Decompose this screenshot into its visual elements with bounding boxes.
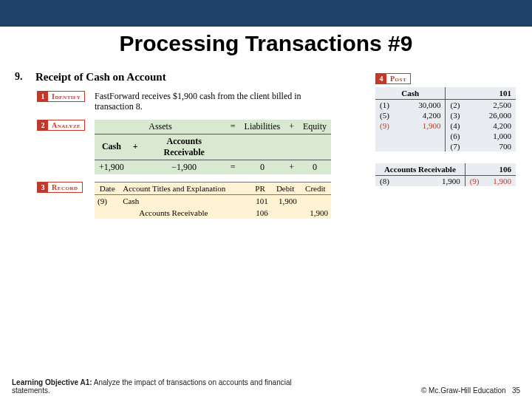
- step4-num: 4: [376, 74, 386, 83]
- rec-h-date: Date: [95, 182, 120, 194]
- an-h-eq: =: [226, 120, 240, 134]
- rec-r2-date: [95, 207, 120, 219]
- rec-h-credit: Credit: [300, 182, 331, 194]
- rec-r2-credit: 1,900: [300, 207, 331, 219]
- an-v-equity: 0: [299, 160, 331, 174]
- an-v-plus: +: [284, 160, 299, 174]
- slide-title: Processing Transactions #9: [0, 31, 532, 56]
- rec-r1-debit: 1,900: [271, 194, 300, 207]
- an-v-liab: 0: [240, 160, 285, 174]
- step3-num: 3: [38, 183, 48, 192]
- an-h-plus: +: [284, 120, 299, 134]
- page-number: 35: [512, 386, 520, 395]
- an-s-plus: +: [129, 134, 143, 160]
- rec-r1-acct: Cash: [120, 194, 249, 207]
- step-tag-record: 3 Record: [37, 182, 83, 193]
- rec-r1-date: (9): [95, 194, 120, 207]
- step4-label: Post: [386, 75, 410, 83]
- rec-r2-debit: [271, 207, 300, 219]
- rec-h-titles: Account Titles and Explanation: [120, 182, 249, 194]
- step2-label: Analyze: [48, 121, 84, 129]
- learning-objective: Learning Objective A1: Analyze the impac…: [12, 378, 322, 395]
- an-s-cash: Cash: [95, 134, 129, 160]
- topbar: [0, 0, 532, 27]
- step2-num: 2: [38, 120, 48, 130]
- step3-label: Record: [48, 183, 82, 191]
- analyze-row: 2 Analyze Assets = Liabilities + Equity …: [15, 120, 517, 174]
- step-tag-identify: 1 Identify: [37, 91, 85, 102]
- rec-r1-credit: [300, 194, 331, 207]
- rec-r2-acct: Accounts Receivable: [120, 207, 249, 219]
- lo-label: Learning Objective A1:: [12, 378, 92, 386]
- step1-label: Identify: [48, 92, 84, 100]
- footer: Learning Objective A1: Analyze the impac…: [0, 378, 532, 395]
- identify-text: FastForward receives $1,900 cash from th…: [95, 91, 316, 112]
- record-row: 3 Record Date Account Titles and Explana…: [15, 182, 517, 219]
- tx-number: 9.: [15, 71, 23, 83]
- step1-num: 1: [38, 92, 48, 101]
- an-v-ar: −1,900: [143, 160, 226, 174]
- rec-h-pr: PR: [249, 182, 270, 194]
- an-h-assets: Assets: [95, 120, 226, 134]
- copyright: © Mc.Graw-Hill Education: [421, 386, 506, 395]
- rec-r1-pr: 101: [249, 194, 270, 207]
- an-h-equity: Equity: [299, 120, 331, 134]
- rec-h-debit: Debit: [271, 182, 300, 194]
- identify-row: 1 Identify FastForward receives $1,900 c…: [15, 91, 517, 112]
- step-tag-post: 4 Post: [375, 73, 411, 84]
- an-h-liab: Liabilities: [240, 120, 285, 134]
- step-tag-analyze: 2 Analyze: [37, 120, 85, 131]
- an-s-ar: Accounts Receivable: [143, 134, 226, 160]
- analyze-table: Assets = Liabilities + Equity Cash + Acc…: [95, 120, 331, 174]
- footer-right: © Mc.Graw-Hill Education 35: [421, 386, 520, 395]
- an-v-eq: =: [226, 160, 240, 174]
- content: 9. Receipt of Cash on Account 4 Post Cas…: [0, 71, 532, 219]
- an-v-cash: +1,900: [95, 160, 129, 174]
- rec-r2-pr: 106: [249, 207, 270, 219]
- record-table: Date Account Titles and Explanation PR D…: [95, 182, 331, 219]
